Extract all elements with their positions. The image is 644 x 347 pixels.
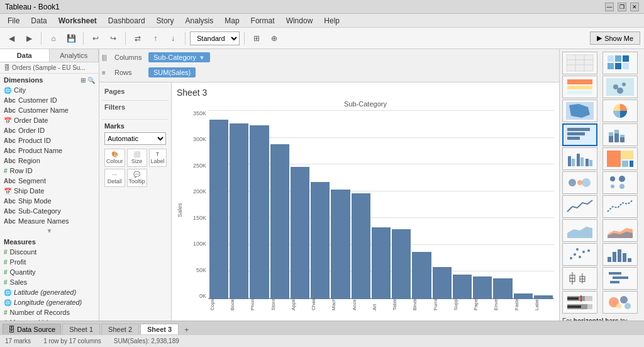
standard-dropdown[interactable]: Standard bbox=[190, 31, 240, 45]
chart-treemap[interactable] bbox=[602, 147, 638, 170]
bar-item[interactable] bbox=[493, 110, 512, 299]
bar-item[interactable] bbox=[270, 110, 289, 299]
share-button[interactable]: ⊕ bbox=[267, 31, 282, 46]
menu-file[interactable]: File bbox=[3, 15, 25, 26]
bar[interactable] bbox=[514, 293, 533, 299]
bar-item[interactable] bbox=[473, 110, 492, 299]
chart-highlight-table[interactable] bbox=[562, 76, 597, 98]
bar[interactable] bbox=[209, 120, 228, 299]
dim-sub-category[interactable]: AbcSub-Category bbox=[0, 206, 99, 216]
chart-hbar[interactable] bbox=[562, 123, 597, 146]
bar[interactable] bbox=[372, 227, 391, 299]
redo-button[interactable]: ↪ bbox=[106, 31, 121, 46]
sheet1-tab[interactable]: Sheet 1 bbox=[62, 324, 100, 334]
menu-worksheet[interactable]: Worksheet bbox=[53, 15, 102, 26]
bar[interactable] bbox=[291, 167, 309, 299]
dim-row-id[interactable]: #Row ID bbox=[0, 166, 99, 176]
bar[interactable] bbox=[311, 182, 330, 299]
chart-line-cont[interactable] bbox=[562, 195, 597, 218]
menu-analysis[interactable]: Analysis bbox=[180, 15, 219, 26]
chart-bullet[interactable] bbox=[562, 291, 597, 314]
close-button[interactable]: ✕ bbox=[630, 3, 639, 11]
chart-heat-map[interactable] bbox=[602, 52, 638, 74]
meas-longitude[interactable]: 🌐Longitude (generated) bbox=[0, 297, 99, 307]
dim-segment[interactable]: AbcSegment bbox=[0, 176, 99, 186]
minimize-button[interactable]: — bbox=[605, 3, 614, 11]
chart-bubble[interactable] bbox=[602, 291, 638, 314]
dim-ship-mode[interactable]: AbcShip Mode bbox=[0, 196, 99, 206]
detail-button[interactable]: ··· Detail bbox=[104, 169, 125, 187]
scroll-down-arrow[interactable]: ▼ bbox=[0, 226, 99, 236]
forward-button[interactable]: ▶ bbox=[21, 31, 36, 46]
meas-sales[interactable]: #Sales bbox=[0, 277, 99, 287]
bar-item[interactable] bbox=[230, 110, 248, 299]
bar-item[interactable] bbox=[352, 110, 370, 299]
data-tab[interactable]: Data bbox=[0, 49, 50, 62]
sheet2-tab[interactable]: Sheet 2 bbox=[101, 324, 139, 334]
chart-side-circles[interactable] bbox=[602, 171, 638, 194]
sort-desc-button[interactable]: ↓ bbox=[165, 31, 180, 46]
bar-item[interactable] bbox=[250, 110, 269, 299]
meas-num-records[interactable]: #Number of Records bbox=[0, 307, 99, 317]
bar-item[interactable] bbox=[412, 110, 431, 299]
chart-scatter[interactable] bbox=[562, 243, 597, 266]
rows-pill[interactable]: SUM(Sales) bbox=[148, 67, 196, 77]
chart-pie[interactable] bbox=[602, 100, 638, 122]
dim-ship-date[interactable]: 📅Ship Date bbox=[0, 186, 99, 196]
chart-filled-map[interactable] bbox=[562, 100, 597, 122]
dim-product-name[interactable]: AbcProduct Name bbox=[0, 145, 99, 156]
dim-order-date[interactable]: 📅Order Date bbox=[0, 115, 99, 125]
dim-product-id[interactable]: AbcProduct ID bbox=[0, 135, 99, 145]
save-button[interactable]: 💾 bbox=[64, 31, 79, 46]
chart-text-table[interactable] bbox=[562, 52, 597, 74]
menu-data[interactable]: Data bbox=[26, 15, 52, 26]
bar[interactable] bbox=[331, 190, 350, 299]
dim-city[interactable]: 🌐City bbox=[0, 85, 99, 95]
bar[interactable] bbox=[392, 229, 411, 299]
menu-window[interactable]: Window bbox=[281, 15, 318, 26]
dim-customer-name[interactable]: AbcCustomer Name bbox=[0, 105, 99, 115]
dim-region[interactable]: AbcRegion bbox=[0, 156, 99, 166]
bar[interactable] bbox=[493, 278, 512, 299]
columns-pill[interactable]: Sub-Category ▼ bbox=[148, 52, 210, 62]
bar[interactable] bbox=[250, 125, 269, 299]
meas-latitude[interactable]: 🌐Latitude (generated) bbox=[0, 287, 99, 297]
bar[interactable] bbox=[433, 267, 452, 299]
meas-discount[interactable]: #Discount bbox=[0, 247, 99, 257]
chart-stacked-bar[interactable] bbox=[602, 123, 638, 146]
chart-area-cont[interactable] bbox=[562, 219, 597, 242]
bar-item[interactable] bbox=[209, 110, 228, 299]
bar[interactable] bbox=[270, 144, 289, 299]
add-sheet-button[interactable]: + bbox=[182, 326, 191, 334]
bar-item[interactable] bbox=[534, 110, 553, 299]
meas-quantity[interactable]: #Quantity bbox=[0, 267, 99, 277]
size-button[interactable]: ⬜ Size bbox=[127, 149, 147, 167]
chart-histogram[interactable] bbox=[602, 243, 638, 266]
undo-button[interactable]: ↩ bbox=[88, 31, 103, 46]
bar-item[interactable] bbox=[331, 110, 350, 299]
bar-item[interactable] bbox=[514, 110, 533, 299]
chart-symbol-map[interactable] bbox=[602, 76, 638, 98]
home-button[interactable]: ⌂ bbox=[46, 31, 61, 46]
bar-item[interactable] bbox=[453, 110, 472, 299]
chart-gantt[interactable] bbox=[602, 267, 638, 290]
swap-button[interactable]: ⇄ bbox=[130, 31, 145, 46]
bar-item[interactable] bbox=[392, 110, 411, 299]
menu-story[interactable]: Story bbox=[152, 15, 179, 26]
dim-customer-id[interactable]: AbcCustomer ID bbox=[0, 95, 99, 105]
menu-map[interactable]: Map bbox=[219, 15, 244, 26]
bar[interactable] bbox=[453, 275, 472, 299]
bar[interactable] bbox=[230, 123, 248, 299]
bar-item[interactable] bbox=[433, 110, 452, 299]
dim-order-id[interactable]: AbcOrder ID bbox=[0, 125, 99, 135]
menu-format[interactable]: Format bbox=[246, 15, 280, 26]
meas-values[interactable]: #Measure Values bbox=[0, 317, 99, 321]
tooltip-button[interactable]: 💬 Tooltip bbox=[127, 169, 147, 187]
menu-dashboard[interactable]: Dashboard bbox=[103, 15, 150, 26]
chart-side-by-side[interactable] bbox=[562, 147, 597, 170]
bar[interactable] bbox=[412, 252, 431, 299]
chart-line-disc[interactable] bbox=[602, 195, 638, 218]
maximize-button[interactable]: ❐ bbox=[618, 3, 626, 11]
analytics-tab[interactable]: Analytics bbox=[50, 49, 99, 62]
fit-button[interactable]: ⊞ bbox=[249, 31, 264, 46]
